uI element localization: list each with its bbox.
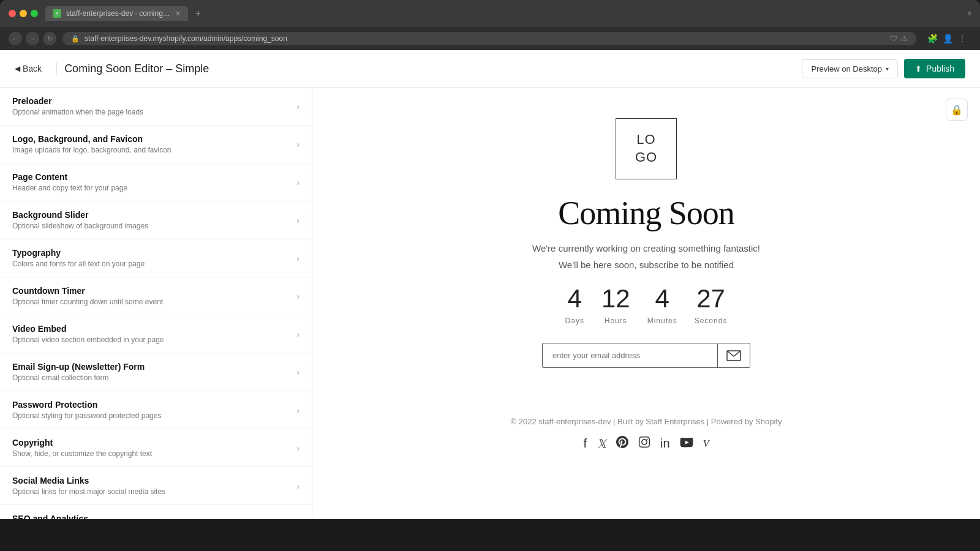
menu-item-seo-analytics[interactable]: SEO and Analytics Optional search engine… — [0, 505, 312, 519]
menu-item-desc-email-signup: Optional email collection form — [12, 373, 296, 382]
menu-item-social-media[interactable]: Social Media Links Optional links for mo… — [0, 467, 312, 505]
menu-item-text-seo-analytics: SEO and Analytics Optional search engine… — [12, 514, 296, 519]
menu-item-text-video-embed: Video Embed Optional video section embed… — [12, 324, 296, 344]
menu-item-desc-typography: Colors and fonts for all text on your pa… — [12, 260, 296, 268]
svg-point-2 — [642, 440, 647, 444]
address-bar[interactable]: 🔒 staff-enterprises-dev.myshopify.com/ad… — [62, 32, 916, 45]
menu-chevron-seo-analytics: › — [296, 519, 300, 520]
publish-button[interactable]: ⬆ Publish — [904, 59, 965, 78]
menu-item-desc-countdown-timer: Optional timer counting down until some … — [12, 298, 296, 306]
countdown-seconds: 27 Seconds — [695, 286, 728, 326]
menu-item-title-video-embed: Video Embed — [12, 324, 296, 334]
countdown-timer: 4 Days 12 Hours 4 Minutes 27 Seconds — [462, 286, 830, 326]
back-nav-button[interactable]: ← — [9, 32, 22, 45]
menu-item-title-preloader: Preloader — [12, 96, 296, 106]
menu-chevron-preloader: › — [296, 102, 300, 111]
publish-upload-icon: ⬆ — [915, 64, 922, 73]
menu-item-video-embed[interactable]: Video Embed Optional video section embed… — [0, 315, 312, 353]
menu-item-desc-logo-bg-favicon: Image uploads for logo, background, and … — [12, 146, 296, 154]
email-submit-button[interactable] — [717, 344, 750, 367]
menu-item-desc-preloader: Optional animation when the page loads — [12, 108, 296, 116]
url-text: staff-enterprises-dev.myshopify.com/admi… — [85, 34, 287, 43]
logo-text: LO GO — [635, 131, 657, 166]
browser-extension-icons: 🧩 👤 ⋮ — [922, 34, 971, 43]
menu-item-text-copyright: Copyright Show, hide, or customize the c… — [12, 438, 296, 458]
menu-chevron-page-content: › — [296, 178, 300, 187]
menu-chevron-logo-bg-favicon: › — [296, 140, 300, 149]
menu-item-desc-copyright: Show, hide, or customize the copyright t… — [12, 449, 296, 458]
new-tab-button[interactable]: + — [193, 8, 203, 19]
maximize-window-button[interactable] — [31, 10, 38, 17]
countdown-days: 4 Days — [565, 286, 584, 326]
menu-item-text-social-media: Social Media Links Optional links for mo… — [12, 476, 296, 496]
countdown-hours: 12 Hours — [601, 286, 630, 326]
extensions-icon[interactable]: 🧩 — [927, 34, 938, 43]
browser-addressbar: ← → ↻ 🔒 staff-enterprises-dev.myshopify.… — [0, 27, 980, 50]
menu-item-countdown-timer[interactable]: Countdown Timer Optional timer counting … — [0, 277, 312, 315]
menu-item-preloader[interactable]: Preloader Optional animation when the pa… — [0, 88, 312, 126]
facebook-icon[interactable]: f — [584, 437, 587, 451]
app-container: ◀ Back Coming Soon Editor – Simple Previ… — [0, 50, 980, 519]
publish-label: Publish — [926, 64, 954, 73]
page-title: Coming Soon Editor – Simple — [56, 62, 209, 75]
traffic-lights — [9, 10, 38, 17]
email-input[interactable] — [543, 343, 717, 367]
menu-item-desc-background-slider: Optional slideshow of background images — [12, 222, 296, 230]
header-right: Preview on Desktop ▾ ⬆ Publish — [802, 59, 965, 78]
minimize-window-button[interactable] — [20, 10, 27, 17]
youtube-icon[interactable] — [680, 437, 693, 451]
profile-icon[interactable]: 👤 — [943, 34, 953, 43]
main-content: Preloader Optional animation when the pa… — [0, 88, 980, 519]
svg-rect-1 — [639, 437, 650, 448]
menu-chevron-countdown-timer: › — [296, 291, 300, 301]
menu-item-page-content[interactable]: Page Content Header and copy text for yo… — [0, 163, 312, 201]
menu-item-typography[interactable]: Typography Colors and fonts for all text… — [0, 239, 312, 277]
menu-item-text-password-protection: Password Protection Optional styling for… — [12, 400, 296, 420]
tab-favicon: S — [53, 9, 61, 18]
back-link[interactable]: ◀ Back — [15, 64, 42, 73]
preview-button[interactable]: Preview on Desktop ▾ — [802, 59, 898, 78]
menu-item-copyright[interactable]: Copyright Show, hide, or customize the c… — [0, 429, 312, 467]
menu-item-title-email-signup: Email Sign-up (Newsletter) Form — [12, 362, 296, 372]
days-number: 4 — [565, 286, 584, 312]
menu-item-email-signup[interactable]: Email Sign-up (Newsletter) Form Optional… — [0, 353, 312, 391]
menu-item-logo-bg-favicon[interactable]: Logo, Background, and Favicon Image uplo… — [0, 126, 312, 163]
refresh-nav-button[interactable]: ↻ — [43, 32, 56, 45]
menu-item-desc-social-media: Optional links for most major social med… — [12, 487, 296, 496]
menu-item-title-copyright: Copyright — [12, 438, 296, 448]
preview-lock-button[interactable]: 🔒 — [946, 99, 968, 121]
tab-close-button[interactable]: ✕ — [175, 10, 181, 18]
subtitle-1: We're currently working on creating some… — [462, 243, 830, 253]
browser-window: S staff-enterprises-dev · coming… ✕ + ≡ … — [0, 0, 980, 50]
vimeo-icon[interactable]: V — [703, 438, 709, 449]
seconds-label: Seconds — [695, 317, 728, 325]
menu-item-background-slider[interactable]: Background Slider Optional slideshow of … — [0, 201, 312, 239]
tab-title: staff-enterprises-dev · coming… — [66, 9, 170, 18]
instagram-icon[interactable] — [638, 436, 650, 451]
close-window-button[interactable] — [9, 10, 16, 17]
email-signup-form — [542, 343, 750, 368]
browser-nav-buttons: ← → ↻ — [9, 32, 56, 45]
menu-chevron-email-signup: › — [296, 367, 300, 377]
address-bar-icons: 🛡 ⚠ — [890, 34, 908, 43]
twitter-icon[interactable]: 𝕏 — [597, 437, 606, 451]
minutes-label: Minutes — [647, 317, 677, 325]
menu-item-title-logo-bg-favicon: Logo, Background, and Favicon — [12, 134, 296, 144]
back-label: Back — [23, 64, 42, 73]
coming-soon-title: Coming Soon — [462, 194, 830, 232]
menu-item-text-email-signup: Email Sign-up (Newsletter) Form Optional… — [12, 362, 296, 382]
days-label: Days — [565, 317, 584, 325]
pinterest-icon[interactable] — [616, 436, 628, 451]
linkedin-icon[interactable]: in — [660, 437, 670, 451]
app-header: ◀ Back Coming Soon Editor – Simple Previ… — [0, 50, 980, 88]
preview-label: Preview on Desktop — [811, 64, 882, 73]
menu-item-text-page-content: Page Content Header and copy text for yo… — [12, 172, 296, 192]
forward-nav-button[interactable]: → — [26, 32, 39, 45]
hours-number: 12 — [601, 286, 630, 312]
browser-tab-active[interactable]: S staff-enterprises-dev · coming… ✕ — [45, 6, 188, 21]
seconds-number: 27 — [695, 286, 728, 312]
browser-menu-dots[interactable]: ⋮ — [958, 34, 967, 43]
browser-menu-button[interactable]: ≡ — [967, 9, 971, 18]
menu-item-text-preloader: Preloader Optional animation when the pa… — [12, 96, 296, 116]
menu-item-password-protection[interactable]: Password Protection Optional styling for… — [0, 391, 312, 429]
